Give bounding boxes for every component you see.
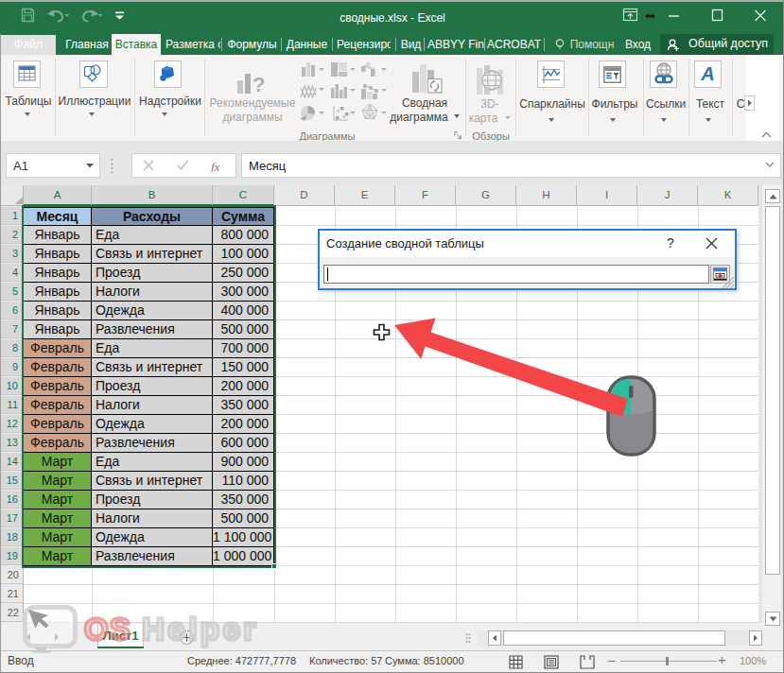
svg-text:fx: fx (211, 160, 220, 172)
svg-text:?: ? (253, 73, 265, 95)
